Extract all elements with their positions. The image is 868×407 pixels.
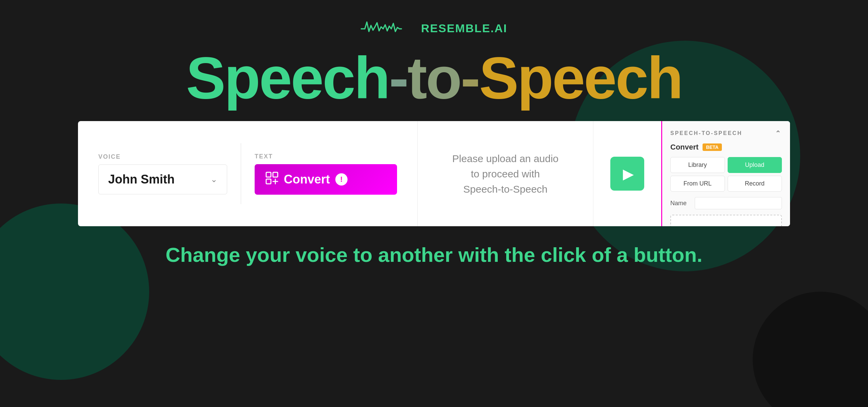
logo-text: RESEMBLE.AI <box>421 22 507 35</box>
sidebar-collapse-button[interactable]: ⌃ <box>775 129 782 137</box>
library-button[interactable]: Library <box>670 157 725 173</box>
title-speech1: Speech <box>186 45 389 111</box>
chevron-down-icon: ⌄ <box>211 175 217 184</box>
from-url-button[interactable]: From URL <box>670 176 725 192</box>
title-dash2: - <box>461 45 479 111</box>
voice-name-value: John Smith <box>108 172 175 187</box>
name-label: Name <box>670 200 691 207</box>
text-section: TEXT Convert ! <box>255 153 397 195</box>
convert-button[interactable]: Convert ! <box>255 164 397 195</box>
play-button[interactable]: ▶ <box>610 157 644 191</box>
voice-select-dropdown[interactable]: John Smith ⌄ <box>98 164 227 194</box>
audio-message-section: Please upload an audioto proceed withSpe… <box>418 121 593 226</box>
convert-section-label: Convert <box>670 143 698 152</box>
convert-icon <box>265 172 278 187</box>
title-dash1: - <box>389 45 407 111</box>
bg-decoration-bottom-right <box>753 292 868 407</box>
svg-rect-0 <box>266 172 271 177</box>
name-row: Name <box>670 197 782 209</box>
name-input[interactable] <box>695 197 782 209</box>
play-icon: ▶ <box>623 166 634 182</box>
sidebar-title: SPEECH-TO-SPEECH ⌃ <box>670 129 782 137</box>
tagline: Change your voice to another with the cl… <box>0 243 868 267</box>
voice-section: VOICE John Smith ⌄ <box>98 153 227 194</box>
upload-source-btn-group: Library Upload From URL Record <box>670 157 782 192</box>
logo-wave-icon <box>361 19 415 38</box>
beta-badge: BETA <box>703 143 722 151</box>
tagline-text: Change your voice to another with the cl… <box>165 244 702 266</box>
title-speech2: Speech <box>479 45 682 111</box>
bg-decoration-left <box>0 204 149 380</box>
svg-rect-2 <box>266 179 271 184</box>
sidebar-section-header: Convert BETA <box>670 143 782 152</box>
upload-area[interactable]: ↥ Click to choose a file. <box>670 215 782 226</box>
convert-warning-icon: ! <box>335 173 348 186</box>
record-button[interactable]: Record <box>728 176 782 192</box>
main-title: Speech-to-Speech <box>0 48 868 108</box>
convert-button-label: Convert <box>284 172 330 187</box>
main-panel: VOICE John Smith ⌄ TEXT <box>78 121 418 226</box>
app-card: VOICE John Smith ⌄ TEXT <box>78 121 790 226</box>
upload-button[interactable]: Upload <box>728 157 782 173</box>
audio-upload-message: Please upload an audioto proceed withSpe… <box>452 151 559 197</box>
svg-rect-1 <box>273 172 278 177</box>
vertical-divider <box>241 143 241 204</box>
voice-label: VOICE <box>98 153 227 160</box>
play-section: ▶ <box>593 121 661 226</box>
text-label: TEXT <box>255 153 397 160</box>
sidebar: SPEECH-TO-SPEECH ⌃ Convert BETA Library … <box>661 121 790 226</box>
title-to: to <box>407 45 460 111</box>
upload-icon: ↥ <box>722 226 730 226</box>
sidebar-title-text: SPEECH-TO-SPEECH <box>670 130 742 136</box>
header: RESEMBLE.AI <box>0 0 868 38</box>
